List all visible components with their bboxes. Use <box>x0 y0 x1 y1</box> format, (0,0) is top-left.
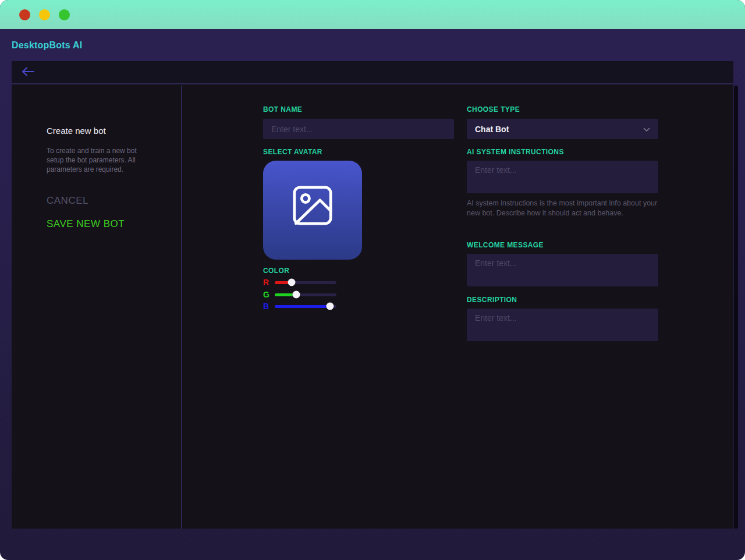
green-channel-label: G <box>263 290 275 299</box>
form-content: BOT NAME SELECT AVATAR COLOR R <box>12 86 733 529</box>
vertical-scrollbar[interactable] <box>734 86 738 529</box>
blue-channel-label: B <box>263 302 275 311</box>
description-label: DESCRIPTION <box>467 296 517 304</box>
red-slider-track[interactable] <box>275 281 336 284</box>
green-slider: G <box>263 290 356 299</box>
select-avatar-label: SELECT AVATAR <box>263 148 322 156</box>
ai-instructions-label: AI SYSTEM INSTRUCTIONS <box>467 148 564 156</box>
image-placeholder-icon <box>287 180 338 233</box>
red-slider-thumb[interactable] <box>288 279 295 286</box>
main-panel: Create new bot To create and train a new… <box>12 61 733 529</box>
color-label: COLOR <box>263 267 289 275</box>
ai-instructions-textarea[interactable] <box>467 161 658 193</box>
ai-instructions-help-text: AI system instructions is the most impor… <box>467 199 659 218</box>
blue-slider-thumb[interactable] <box>327 303 334 310</box>
app-title: DesktopBots AI <box>12 40 82 51</box>
panel-navbar <box>12 61 733 84</box>
red-channel-label: R <box>263 278 275 287</box>
welcome-message-label: WELCOME MESSAGE <box>467 241 544 249</box>
back-arrow-icon <box>22 67 34 78</box>
bot-type-selected-value: Chat Bot <box>475 125 509 134</box>
blue-slider-track[interactable] <box>275 305 336 308</box>
back-button[interactable] <box>19 65 37 80</box>
choose-type-label: CHOOSE TYPE <box>467 105 520 114</box>
description-textarea[interactable] <box>467 309 658 341</box>
red-slider: R <box>263 278 356 287</box>
app-window: DesktopBots AI Create new bot To create … <box>0 0 745 560</box>
bot-type-select[interactable]: Chat Bot <box>467 119 658 139</box>
green-slider-thumb[interactable] <box>293 291 300 299</box>
app-header: DesktopBots AI <box>0 29 745 61</box>
green-slider-track[interactable] <box>275 293 336 296</box>
zoom-window-button[interactable] <box>59 9 70 20</box>
close-window-button[interactable] <box>19 9 30 20</box>
mac-titlebar <box>0 0 745 29</box>
avatar-picker[interactable] <box>263 161 362 260</box>
minimize-window-button[interactable] <box>39 9 50 20</box>
chevron-down-icon <box>643 124 650 134</box>
blue-slider: B <box>263 302 356 311</box>
bot-name-input[interactable] <box>263 119 454 139</box>
bot-name-label: BOT NAME <box>263 105 302 114</box>
welcome-message-textarea[interactable] <box>467 254 658 286</box>
